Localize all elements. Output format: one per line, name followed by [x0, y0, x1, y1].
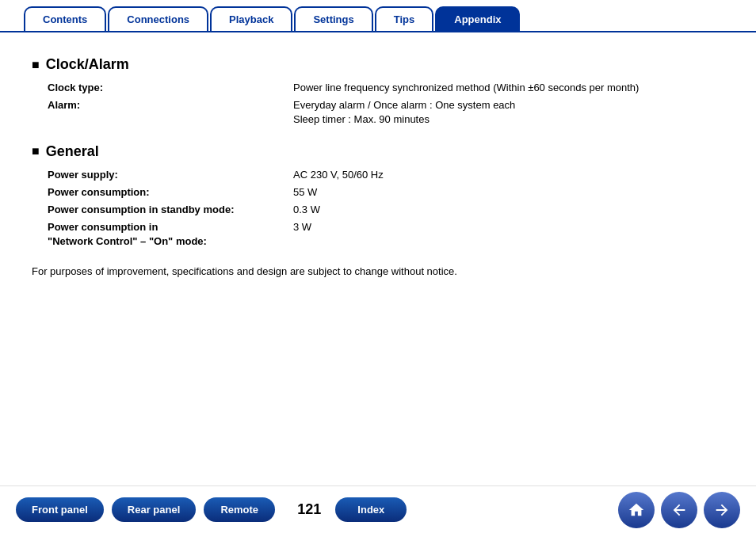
home-icon — [628, 501, 645, 519]
back-button[interactable] — [661, 492, 697, 528]
tab-settings[interactable]: Settings — [294, 6, 372, 31]
notice-text: For purposes of improvement, specificati… — [32, 265, 724, 277]
index-button[interactable]: Index — [335, 497, 407, 522]
general-table: Power supply: AC 230 V, 50/60 Hz Power c… — [48, 168, 740, 249]
nav-tabs: Contents Connections Playback Settings T… — [0, 0, 756, 32]
spec-row-alarm: Alarm: Everyday alarm / Once alarm : One… — [48, 98, 740, 127]
spec-label-power-supply: Power supply: — [48, 168, 293, 182]
spec-value-power-supply: AC 230 V, 50/60 Hz — [293, 168, 740, 182]
clock-alarm-heading: Clock/Alarm — [32, 56, 724, 73]
spec-label-power-network: Power consumption in "Network Control" –… — [48, 220, 293, 249]
tab-tips[interactable]: Tips — [375, 6, 434, 31]
forward-arrow-icon — [713, 501, 731, 519]
spec-row-power-supply: Power supply: AC 230 V, 50/60 Hz — [48, 168, 740, 182]
tab-appendix[interactable]: Appendix — [435, 6, 520, 31]
tab-contents[interactable]: Contents — [24, 6, 106, 31]
back-arrow-icon — [670, 501, 688, 519]
rear-panel-button[interactable]: Rear panel — [112, 497, 196, 522]
spec-label-alarm: Alarm: — [48, 98, 293, 112]
spec-row-power-consumption: Power consumption: 55 W — [48, 185, 740, 200]
spec-label-power-standby: Power consumption in standby mode: — [48, 203, 293, 217]
clock-alarm-table: Clock type: Power line frequency synchro… — [48, 81, 740, 128]
spec-value-power-standby: 0.3 W — [293, 203, 740, 217]
forward-button[interactable] — [704, 492, 740, 528]
home-button[interactable] — [618, 492, 655, 528]
spec-label-power-consumption: Power consumption: — [48, 185, 293, 200]
general-heading: General — [32, 143, 724, 160]
front-panel-button[interactable]: Front panel — [16, 497, 104, 522]
spec-row-power-standby: Power consumption in standby mode: 0.3 W — [48, 203, 740, 217]
spec-row-power-network: Power consumption in "Network Control" –… — [48, 220, 740, 249]
spec-value-power-consumption: 55 W — [293, 185, 740, 200]
remote-button[interactable]: Remote — [204, 497, 275, 522]
page-number: 121 — [297, 501, 321, 518]
spec-value-clock-type: Power line frequency synchronized method… — [293, 81, 740, 95]
spec-label-clock-type: Clock type: — [48, 81, 293, 95]
spec-value-alarm: Everyday alarm / Once alarm : One system… — [293, 98, 740, 127]
spec-row-clock-type: Clock type: Power line frequency synchro… — [48, 81, 740, 95]
spec-value-power-network: 3 W — [293, 220, 740, 234]
bottom-bar: Front panel Rear panel Remote 121 Index — [0, 485, 756, 533]
main-content: Clock/Alarm Clock type: Power line frequ… — [0, 32, 756, 285]
tab-playback[interactable]: Playback — [210, 6, 292, 31]
tab-connections[interactable]: Connections — [108, 6, 208, 31]
